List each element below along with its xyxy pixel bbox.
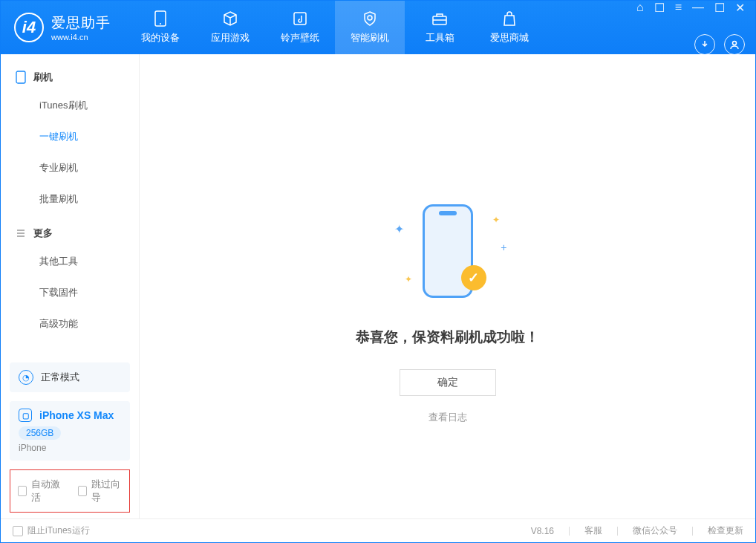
divider: [692, 527, 693, 536]
app-logo-text: 爱思助手 www.i4.cn: [51, 13, 111, 42]
nav-smart-flash[interactable]: 智能刷机: [335, 1, 405, 54]
skip-guide-checkbox[interactable]: 跳过向导: [78, 478, 122, 504]
phone-icon: [152, 10, 169, 27]
svg-point-6: [733, 41, 737, 45]
sidebar: 刷机 iTunes刷机 一键刷机 专业刷机 批量刷机 更多 其他工具 下载固件 …: [1, 54, 140, 518]
maximize-button[interactable]: ☐: [714, 1, 725, 15]
nav-toolbox[interactable]: 工具箱: [405, 1, 475, 54]
device-name: iPhone XS Max: [39, 409, 114, 421]
sidebar-item-one-click-flash[interactable]: 一键刷机: [1, 121, 139, 152]
auto-activate-checkbox[interactable]: 自动激活: [18, 478, 62, 504]
checkbox-label: 阻止iTunes运行: [27, 524, 90, 537]
tshirt-icon[interactable]: ⌂: [636, 1, 644, 15]
sidebar-item-advanced[interactable]: 高级功能: [1, 308, 139, 339]
sparkle-icon: ✦: [492, 215, 500, 225]
sidebar-section-flash: 刷机: [1, 65, 139, 90]
close-button[interactable]: ✕: [735, 1, 745, 15]
nav-label: 应用游戏: [211, 31, 250, 45]
nav-apps-games[interactable]: 应用游戏: [195, 1, 265, 54]
bag-icon: [501, 10, 518, 27]
user-button[interactable]: [724, 34, 745, 55]
svg-point-3: [368, 16, 372, 20]
sidebar-item-download-firmware[interactable]: 下载固件: [1, 277, 139, 308]
device-icon: ▢: [19, 409, 32, 422]
titlebar-right: ⌂ ☐ ≡ — ☐ ✕: [636, 1, 745, 55]
menu-icon[interactable]: ≡: [675, 1, 682, 15]
cube-icon: [222, 10, 238, 27]
svg-rect-7: [16, 71, 25, 83]
success-check-badge-icon: ✓: [461, 265, 486, 290]
checkbox-icon: [78, 486, 87, 496]
nav-my-device[interactable]: 我的设备: [126, 1, 195, 54]
download-button[interactable]: [694, 34, 715, 55]
divider: [569, 527, 570, 536]
sidebar-item-batch-flash[interactable]: 批量刷机: [1, 183, 139, 215]
checkbox-label: 自动激活: [31, 478, 62, 504]
sparkle-icon: +: [501, 241, 506, 253]
wechat-link[interactable]: 微信公众号: [633, 524, 677, 537]
minimize-button[interactable]: —: [692, 1, 704, 15]
app-title: 爱思助手: [51, 13, 111, 33]
status-bar: 阻止iTunes运行 V8.16 客服 微信公众号 检查更新: [1, 518, 755, 542]
feedback-icon[interactable]: ☐: [654, 1, 665, 15]
sparkle-icon: ✦: [394, 222, 404, 236]
sidebar-section-title: 刷机: [33, 71, 53, 84]
sidebar-item-pro-flash[interactable]: 专业刷机: [1, 152, 139, 183]
footer-right: V8.16 客服 微信公众号 检查更新: [531, 524, 743, 537]
device-card[interactable]: ▢ iPhone XS Max 256GB iPhone: [10, 401, 130, 461]
nav-label: 铃声壁纸: [281, 31, 319, 45]
svg-point-1: [160, 23, 161, 25]
app-logo-icon: i4: [14, 13, 44, 42]
checkbox-label: 跳过向导: [91, 478, 122, 504]
main-content: ✦ ✦ ✦ + ✓ 恭喜您，保资料刷机成功啦！ 确定 查看日志: [140, 54, 755, 518]
ok-button[interactable]: 确定: [400, 369, 496, 396]
view-log-link[interactable]: 查看日志: [428, 411, 467, 424]
sidebar-item-itunes-flash[interactable]: iTunes刷机: [1, 90, 139, 121]
nav-ringtone-wallpaper[interactable]: 铃声壁纸: [265, 1, 335, 54]
support-link[interactable]: 客服: [584, 524, 602, 537]
title-bar: i4 爱思助手 www.i4.cn 我的设备 应用游戏 铃声壁纸 智能刷机 工具…: [1, 1, 755, 54]
sidebar-section-more: 更多: [1, 221, 139, 246]
divider: [617, 527, 618, 536]
success-illustration: ✦ ✦ ✦ + ✓: [374, 195, 522, 307]
nav-store[interactable]: 爱思商城: [475, 1, 544, 54]
app-logo-area: i4 爱思助手 www.i4.cn: [14, 13, 111, 42]
sparkle-icon: ✦: [405, 274, 412, 284]
toolbox-icon: [431, 10, 448, 27]
window-controls: ⌂ ☐ ≡ — ☐ ✕: [636, 1, 745, 15]
nav-label: 我的设备: [141, 31, 180, 45]
checkbox-icon: [18, 486, 27, 496]
nav-label: 工具箱: [426, 31, 454, 45]
check-update-link[interactable]: 检查更新: [708, 524, 743, 537]
shield-icon: [362, 10, 378, 27]
app-subtitle: www.i4.cn: [51, 33, 111, 42]
sidebar-section-title: 更多: [33, 227, 53, 240]
phone-outline-icon: [16, 71, 26, 84]
nav-label: 智能刷机: [351, 31, 389, 45]
mode-label: 正常模式: [41, 371, 79, 384]
body: 刷机 iTunes刷机 一键刷机 专业刷机 批量刷机 更多 其他工具 下载固件 …: [1, 54, 755, 518]
flash-options-row: 自动激活 跳过向导: [10, 469, 130, 513]
checkbox-icon: [13, 526, 23, 536]
device-type: iPhone: [19, 443, 121, 453]
music-note-icon: [292, 10, 308, 27]
top-nav: 我的设备 应用游戏 铃声壁纸 智能刷机 工具箱 爱思商城: [126, 1, 544, 54]
list-icon: [16, 228, 26, 238]
sidebar-item-other-tools[interactable]: 其他工具: [1, 246, 139, 277]
mode-card[interactable]: ◔ 正常模式: [10, 362, 130, 392]
nav-label: 爱思商城: [490, 31, 529, 45]
mode-icon: ◔: [19, 370, 33, 385]
success-message: 恭喜您，保资料刷机成功啦！: [356, 328, 539, 347]
version-label: V8.16: [531, 526, 554, 536]
device-storage-pill: 256GB: [19, 426, 61, 440]
block-itunes-checkbox[interactable]: 阻止iTunes运行: [13, 524, 90, 537]
